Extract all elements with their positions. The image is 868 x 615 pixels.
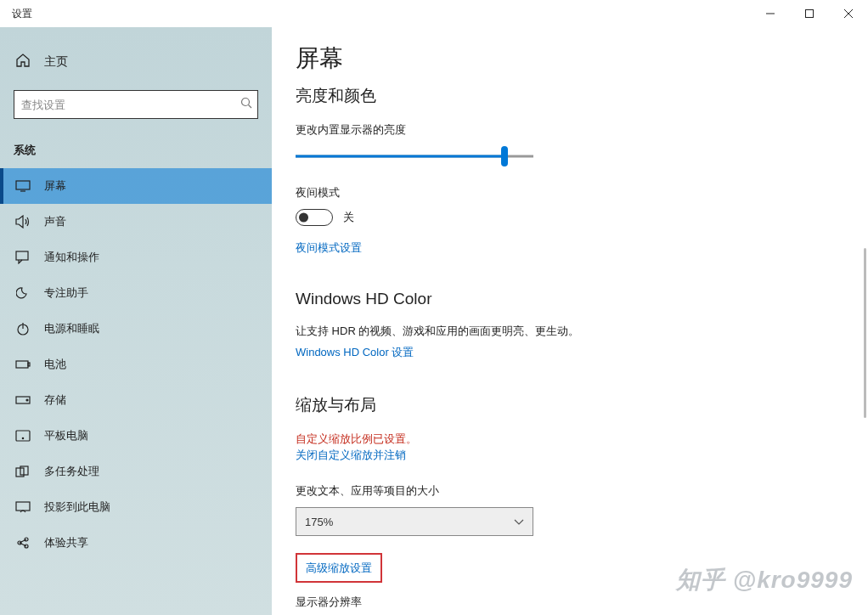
notifications-icon — [15, 250, 31, 265]
svg-point-14 — [26, 399, 28, 401]
sound-icon — [15, 214, 31, 229]
display-icon — [15, 178, 31, 194]
text-size-value: 175% — [305, 516, 333, 528]
nav-item-shared[interactable]: 体验共享 — [0, 525, 272, 561]
nav-item-power[interactable]: 电源和睡眠 — [0, 311, 272, 347]
nav-item-label: 投影到此电脑 — [44, 499, 110, 515]
search-input-container[interactable] — [14, 90, 258, 119]
svg-point-16 — [22, 437, 23, 438]
nav-item-label: 屏幕 — [44, 178, 66, 194]
nav-item-multitask[interactable]: 多任务处理 — [0, 454, 272, 489]
advanced-scale-highlight: 高级缩放设置 — [296, 553, 382, 583]
signout-link[interactable]: 关闭自定义缩放并注销 — [296, 448, 406, 463]
nav-item-focus[interactable]: 专注助手 — [0, 275, 272, 311]
maximize-button[interactable] — [790, 0, 829, 27]
minimize-button[interactable] — [751, 0, 790, 27]
nav-item-tablet[interactable]: 平板电脑 — [0, 418, 272, 454]
nav-item-label: 电池 — [44, 357, 66, 372]
chevron-down-icon — [514, 514, 524, 529]
nav-item-battery[interactable]: 电池 — [0, 347, 272, 382]
section-hdcolor: Windows HD Color — [296, 290, 868, 308]
search-icon — [240, 97, 252, 112]
custom-scale-msg: 自定义缩放比例已设置。 — [296, 432, 868, 447]
nav-item-label: 电源和睡眠 — [44, 321, 99, 336]
section-scaling: 缩放与布局 — [296, 394, 868, 416]
nav-item-projecting[interactable]: 投影到此电脑 — [0, 489, 272, 525]
nav-item-label: 专注助手 — [44, 285, 88, 301]
nightlight-toggle[interactable] — [296, 209, 333, 226]
search-input[interactable] — [14, 91, 232, 118]
nav-item-label: 平板电脑 — [44, 428, 88, 443]
section-brightness: 亮度和颜色 — [296, 85, 868, 107]
brightness-slider[interactable] — [296, 146, 533, 166]
home-button[interactable]: 主页 — [0, 44, 272, 80]
brightness-label: 更改内置显示器的亮度 — [296, 122, 868, 138]
svg-rect-19 — [16, 502, 30, 511]
nav-item-label: 多任务处理 — [44, 464, 99, 479]
window-title: 设置 — [0, 7, 32, 21]
nav-item-label: 通知和操作 — [44, 250, 99, 265]
content-area: 屏幕 亮度和颜色 更改内置显示器的亮度 夜间模式 关 夜间模式设置 Window… — [272, 27, 868, 615]
home-icon — [15, 53, 31, 71]
svg-rect-6 — [16, 181, 30, 189]
nav-item-label: 存储 — [44, 392, 66, 408]
resolution-label: 显示器分辨率 — [296, 595, 868, 610]
advanced-scale-link[interactable]: 高级缩放设置 — [306, 561, 372, 574]
nav-item-label: 体验共享 — [44, 535, 88, 550]
hdcolor-link[interactable]: Windows HD Color 设置 — [296, 346, 414, 358]
home-label: 主页 — [44, 54, 68, 70]
page-title: 屏幕 — [296, 42, 868, 75]
nightlight-label: 夜间模式 — [296, 185, 868, 200]
nav-item-notifications[interactable]: 通知和操作 — [0, 240, 272, 275]
power-icon — [15, 321, 31, 336]
projecting-icon — [15, 499, 31, 515]
nightlight-settings-link[interactable]: 夜间模式设置 — [296, 241, 362, 254]
svg-rect-11 — [16, 361, 28, 368]
nav-item-sound[interactable]: 声音 — [0, 204, 272, 240]
tablet-icon — [15, 428, 31, 443]
sidebar: 主页 系统 屏幕 声音 通知和操作 专注助手 电源和睡眠 — [0, 27, 272, 615]
svg-rect-8 — [16, 251, 28, 260]
nightlight-state: 关 — [343, 210, 354, 225]
svg-rect-12 — [28, 363, 30, 366]
nav-item-display[interactable]: 屏幕 — [0, 168, 272, 204]
text-size-dropdown[interactable]: 175% — [296, 507, 533, 536]
storage-icon — [15, 392, 31, 408]
scrollbar-thumb[interactable] — [864, 248, 866, 418]
text-size-label: 更改文本、应用等项目的大小 — [296, 483, 868, 499]
svg-rect-1 — [806, 10, 814, 18]
svg-line-5 — [249, 105, 252, 109]
focus-icon — [15, 285, 31, 301]
hdcolor-desc: 让支持 HDR 的视频、游戏和应用的画面更明亮、更生动。 — [296, 324, 868, 339]
multitask-icon — [15, 464, 31, 479]
svg-point-4 — [242, 99, 250, 106]
battery-icon — [15, 357, 31, 372]
nav-item-storage[interactable]: 存储 — [0, 382, 272, 418]
close-button[interactable] — [829, 0, 868, 27]
shared-icon — [15, 535, 31, 550]
nav-group-header: 系统 — [0, 126, 272, 168]
nav-item-label: 声音 — [44, 214, 66, 229]
